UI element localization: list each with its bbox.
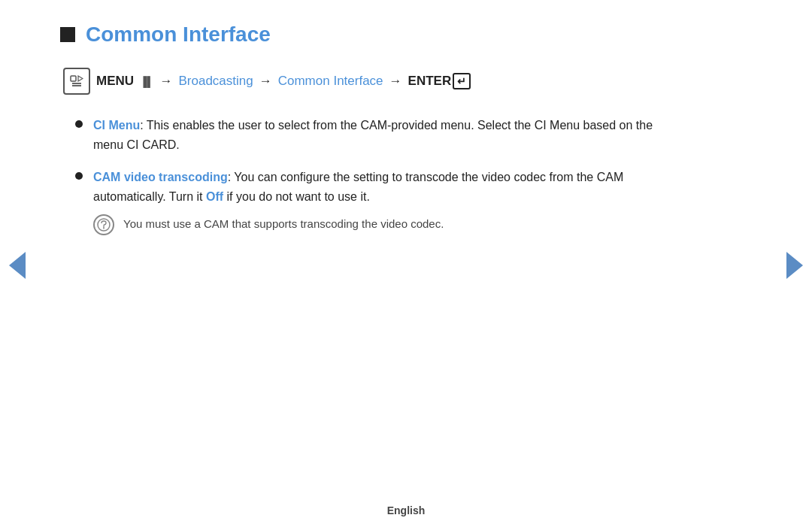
breadcrumb-icon: ▐▌ bbox=[140, 76, 153, 87]
cam-video-off: Off bbox=[206, 190, 223, 203]
breadcrumb-arrow-2: → bbox=[259, 74, 272, 89]
ci-menu-body: This enables the user to select from the… bbox=[93, 119, 653, 151]
enter-icon: ↵ bbox=[453, 73, 471, 89]
breadcrumb: MENU ▐▌ → Broadcasting → Common Interfac… bbox=[63, 68, 677, 95]
cam-video-content: CAM video transcoding: You can configure… bbox=[93, 168, 677, 235]
note-box: You must use a CAM that supports transco… bbox=[93, 214, 677, 235]
ci-menu-separator: : bbox=[140, 119, 147, 132]
cam-video-body-after: if you do not want to use it. bbox=[223, 190, 370, 203]
note-text: You must use a CAM that supports transco… bbox=[123, 214, 444, 233]
ci-menu-term: CI Menu bbox=[93, 119, 140, 132]
breadcrumb-arrow-3: → bbox=[389, 74, 402, 89]
main-content: Common Interface MENU ▐▌ → Broadcasting … bbox=[0, 0, 737, 258]
page-title: Common Interface bbox=[86, 23, 271, 47]
list-item-cam-video: CAM video transcoding: You can configure… bbox=[75, 168, 677, 235]
cam-video-separator: : bbox=[228, 171, 235, 183]
breadcrumb-arrow-1: → bbox=[159, 74, 172, 89]
svg-rect-0 bbox=[71, 76, 76, 81]
footer-language: English bbox=[387, 504, 426, 516]
bullet-dot-1 bbox=[75, 120, 83, 128]
menu-icon bbox=[63, 68, 90, 95]
page-title-row: Common Interface bbox=[60, 23, 677, 47]
next-page-arrow[interactable] bbox=[786, 252, 803, 279]
prev-page-arrow[interactable] bbox=[9, 252, 26, 279]
content-list: CI Menu: This enables the user to select… bbox=[60, 116, 677, 235]
bullet-dot-2 bbox=[75, 172, 83, 180]
note-icon bbox=[93, 214, 114, 235]
breadcrumb-menu-label: MENU bbox=[96, 74, 134, 89]
cam-video-term: CAM video transcoding bbox=[93, 171, 228, 183]
ci-menu-content: CI Menu: This enables the user to select… bbox=[93, 116, 677, 154]
breadcrumb-enter: ENTER↵ bbox=[408, 73, 471, 89]
list-item-ci-menu: CI Menu: This enables the user to select… bbox=[75, 116, 677, 154]
breadcrumb-common-interface: Common Interface bbox=[278, 74, 383, 89]
breadcrumb-broadcasting: Broadcasting bbox=[178, 74, 253, 89]
title-bullet-square bbox=[60, 27, 75, 42]
